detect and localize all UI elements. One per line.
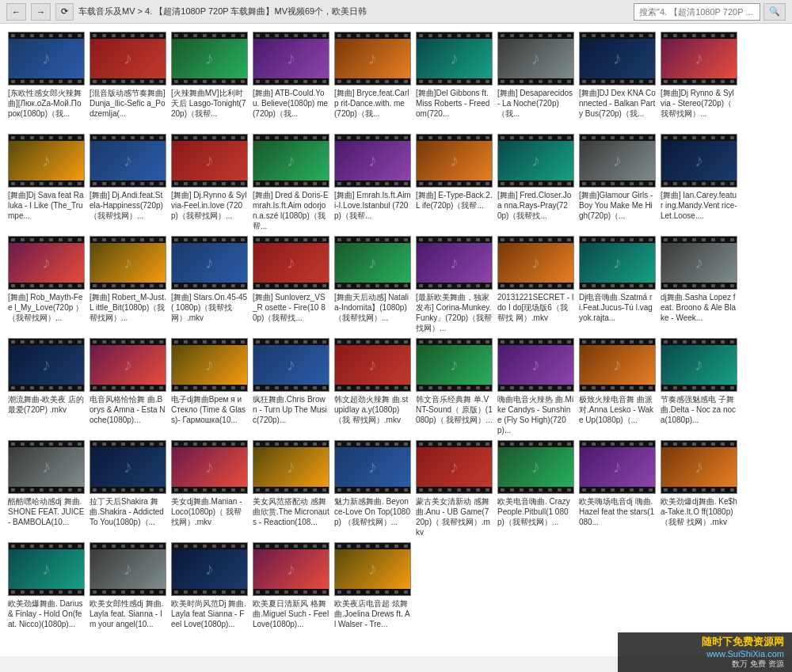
video-item[interactable]: ♪ 嗨曲电音火辣热 曲.Mike Candys - Sunshine (Fly … bbox=[497, 338, 574, 435]
video-item[interactable]: ♪ 节奏感强魅感电 子舞曲.Delta - Noc za noca(1080p)… bbox=[661, 338, 737, 435]
video-item[interactable]: ♪ [舞曲]DJ Dex KNA Connected - Balkan Part… bbox=[579, 32, 656, 129]
thumbnail: ♪ bbox=[497, 134, 574, 188]
thumb-image: ♪ bbox=[580, 447, 655, 487]
video-title: [火辣舞曲MV]比利时天后 Lasgo-Tonight(720p)（我帮... bbox=[171, 88, 248, 129]
nav-forward-button[interactable]: → bbox=[31, 3, 51, 21]
video-item[interactable]: ♪ 欧美劲爆舞曲. Darius & Finlay - Hold On(feat… bbox=[8, 542, 85, 640]
video-item[interactable]: ♪ 酷酷嘿哈动感dj 舞曲.SHONE FEAT. JUICE - BAMBOL… bbox=[8, 440, 85, 537]
thumb-image: ♪ bbox=[90, 141, 166, 180]
thumbnail: ♪ bbox=[416, 134, 493, 188]
film-strip-top bbox=[9, 135, 84, 141]
video-item[interactable]: ♪ [舞曲] E-Type-Back.2.L ife(720p)（我帮... bbox=[416, 134, 493, 231]
video-title: 韩文超劲火辣舞 曲.stupidlay a.y(1080p)（我 帮找网）.mk… bbox=[334, 394, 411, 435]
thumb-image: ♪ bbox=[498, 447, 573, 487]
thumb-image: ♪ bbox=[90, 345, 166, 385]
film-strip-bottom bbox=[417, 385, 492, 391]
video-item[interactable]: ♪ [舞曲] Bryce.feat.Carlp rit-Dance.with. … bbox=[334, 32, 411, 129]
video-item[interactable]: ♪ [舞曲天后动感] Natalia-Indomita】(1080p)（我帮找网… bbox=[334, 236, 411, 333]
video-title: 欧美电音嗨曲. Crazy People.Pitbull(1 080p)（我帮找… bbox=[497, 496, 574, 537]
video-item[interactable]: ♪ [舞曲]Glamour Girls - Boy You Make Me Hi… bbox=[579, 134, 656, 231]
thumb-image: ♪ bbox=[172, 345, 247, 385]
film-strip-bottom bbox=[417, 180, 492, 187]
thumb-image: ♪ bbox=[9, 447, 84, 487]
video-item[interactable]: ♪ [舞曲]Del Gibbons ft. Miss Roberts - Fre… bbox=[416, 32, 493, 129]
video-title: [混音版动感节奏舞曲] Dunja_Ilic-Sefic a_Podzemlja… bbox=[89, 88, 166, 129]
video-item[interactable]: ♪ 拉丁天后Shakira 舞曲.Shakira - Addicted To Y… bbox=[89, 440, 166, 537]
video-item[interactable]: ♪ 潮流舞曲-欧美夜 店的最爱(720P) .mkv bbox=[8, 338, 85, 435]
video-item[interactable]: ♪ 极致火辣电音舞 曲派对.Anna Lesko - Wake Up(1080p… bbox=[579, 338, 656, 435]
thumbnail: ♪ bbox=[661, 338, 737, 392]
film-strip-bottom bbox=[9, 78, 84, 85]
thumbnail: ♪ bbox=[8, 338, 85, 392]
video-title: 潮流舞曲-欧美夜 店的最爱(720P) .mkv bbox=[8, 394, 85, 435]
film-strip-bottom bbox=[498, 487, 573, 493]
video-item[interactable]: ♪ [舞曲] Dj.Rynno & Sylvia-Feel.in.love (7… bbox=[171, 134, 248, 231]
video-item[interactable]: ♪ 欧美嗨场电音dj 嗨曲.Hazel feat the stars(1080.… bbox=[579, 440, 656, 537]
video-item[interactable]: ♪ 韩文超劲火辣舞 曲.stupidlay a.y(1080p)（我 帮找网）.… bbox=[334, 338, 411, 435]
video-item[interactable]: ♪ 电音风格恰恰舞 曲.Borys & Amna - Esta Noche(10… bbox=[89, 338, 166, 435]
thumbnail: ♪ bbox=[89, 338, 166, 392]
thumb-image: ♪ bbox=[417, 447, 492, 487]
video-item[interactable]: ♪ [舞曲] Stars.On.45-45( 1080p)（我帮找 网）.mkv bbox=[171, 236, 248, 333]
thumb-image: ♪ bbox=[253, 243, 329, 283]
video-item[interactable]: ♪ 电子dj舞曲Врем я и Стекло (Time & Glass)- … bbox=[171, 338, 248, 435]
thumb-image: ♪ bbox=[580, 243, 655, 283]
video-item[interactable]: ♪ [舞曲] Rob_Mayth-Fee l_My_Love(720p ）（我帮… bbox=[8, 236, 85, 333]
video-item[interactable]: ♪ 疯狂舞曲.Chris Brown - Turn Up The Music(7… bbox=[253, 338, 329, 435]
video-item[interactable]: ♪ [东欧性感女郎火辣舞曲][Люк.oZa-Мой.Порок(1080p)（… bbox=[8, 32, 85, 129]
video-item[interactable]: ♪ [舞曲] ATB-Could.You. Believe(1080p) me(… bbox=[253, 32, 329, 129]
video-item[interactable]: ♪ 欧美时尚风范Dj 舞曲.Layla feat Sianna - Feel L… bbox=[171, 542, 248, 640]
video-item[interactable]: ♪ [舞曲] Fred.Closer.Joa nna.Rays-Pray(72 … bbox=[497, 134, 574, 231]
film-strip-top bbox=[90, 441, 166, 447]
video-item[interactable]: ♪ [舞曲] Ian.Carey.featur ing.Mandy.Vent r… bbox=[661, 134, 737, 231]
video-item[interactable]: ♪ 20131221SECRET - I do I do[现场版6（我帮找 网）… bbox=[497, 236, 574, 333]
video-item[interactable]: ♪ 蒙古美女清新动 感舞曲.Anu - UB Game(720p)（ 我帮找网）… bbox=[416, 440, 493, 537]
video-item[interactable]: ♪ [舞曲] Emrah.Is.ft.Aim i-I.Love.Istanbul… bbox=[334, 134, 411, 231]
video-item[interactable]: ♪ 美女风范搭配动 感舞曲欣赏.The Micronauts - Reactio… bbox=[253, 440, 329, 537]
film-strip-bottom bbox=[172, 78, 247, 85]
video-item[interactable]: ♪ 魅力新感舞曲. Beyonce-Love On Top(1080p) （我帮… bbox=[334, 440, 411, 537]
film-strip-bottom bbox=[580, 487, 655, 493]
video-item[interactable]: ♪ [最新欧美舞曲，独家发布] Corina-Munkey.Funky」(720… bbox=[416, 236, 493, 333]
thumb-image: ♪ bbox=[90, 39, 166, 78]
video-item[interactable]: ♪ 欧美夏日清新风 格舞曲.Miguel Such - Feel Love(10… bbox=[253, 542, 329, 640]
video-item[interactable]: ♪ 欧美劲爆dj舞曲. Ke$ha-Take.It.O ff(1080p)（我帮… bbox=[661, 440, 737, 537]
video-item[interactable]: ♪ 欧美夜店电音超 炫舞曲.Joelina Drews ft. Al Walse… bbox=[334, 542, 411, 640]
film-strip-top bbox=[335, 543, 410, 549]
search-button[interactable]: 🔍 bbox=[763, 3, 786, 21]
video-item[interactable]: ♪ [舞曲]Dj Sava feat Raluka - I Like (The_… bbox=[8, 134, 85, 231]
video-item[interactable]: ♪ [舞曲] Dj.Andi.feat.Stela-Happiness(720p… bbox=[89, 134, 166, 231]
video-item[interactable]: ♪ Dj电音嗨曲.Szatmá ri.Feat.Jucus-Tú l.vagyo… bbox=[579, 236, 656, 333]
thumb-image: ♪ bbox=[498, 141, 573, 180]
video-item[interactable]: ♪ 韩文音乐经典舞 单.VNT-Sound（ 原版）(1080p)（ 我帮找网）… bbox=[416, 338, 493, 435]
video-item[interactable]: ♪ [舞曲] Robert_M-Just.L ittle_Bit(1080p)（… bbox=[89, 236, 166, 333]
video-title: 魅力新感舞曲. Beyonce-Love On Top(1080p) （我帮找网… bbox=[334, 496, 411, 537]
thumbnail: ♪ bbox=[579, 32, 656, 85]
video-item[interactable]: ♪ [舞曲]Dj Rynno & Sylvia - Stereo(720p)（ … bbox=[661, 32, 737, 129]
video-item[interactable]: ♪ 美女dj舞曲.Manian - Loco(1080p)（ 我帮找网）.mkv bbox=[171, 440, 248, 537]
video-item[interactable]: ♪ [舞曲] Sunloverz_VS_R osette - Fire(10 8… bbox=[253, 236, 329, 333]
thumbnail: ♪ bbox=[579, 440, 656, 494]
thumb-image: ♪ bbox=[335, 447, 410, 487]
film-strip-bottom bbox=[253, 180, 329, 187]
film-strip-bottom bbox=[335, 283, 410, 289]
video-item[interactable]: ♪ [舞曲] Desaparecidos - La Noche(720p)（我.… bbox=[497, 32, 574, 129]
film-strip-top bbox=[580, 135, 655, 141]
video-item[interactable]: ♪ dj舞曲.Sasha Lopez feat. Broono & Ale Bl… bbox=[661, 236, 737, 333]
search-input[interactable] bbox=[634, 3, 760, 21]
film-strip-top bbox=[417, 135, 492, 141]
film-strip-bottom bbox=[417, 283, 492, 289]
thumbnail: ♪ bbox=[334, 542, 411, 596]
video-item[interactable]: ♪ [混音版动感节奏舞曲] Dunja_Ilic-Sefic a_Podzeml… bbox=[89, 32, 166, 129]
film-strip-bottom bbox=[335, 487, 410, 493]
film-strip-top bbox=[335, 441, 410, 447]
video-item[interactable]: ♪ [舞曲] Dred & Doris-Emrah.Is.ft.Aim odor… bbox=[253, 134, 329, 231]
film-strip-top bbox=[172, 135, 247, 141]
nav-refresh-button[interactable]: ⟳ bbox=[55, 3, 74, 21]
video-item[interactable]: ♪ 欧美电音嗨曲. Crazy People.Pitbull(1 080p)（我… bbox=[497, 440, 574, 537]
nav-back-button[interactable]: ← bbox=[6, 3, 26, 21]
video-item[interactable]: ♪ 欧美女郎性感dj 舞曲.Layla feat. Sianna - Im yo… bbox=[89, 542, 166, 640]
video-title: 电音风格恰恰舞 曲.Borys & Amna - Esta Noche(1080… bbox=[89, 394, 166, 435]
breadcrumb-path: 车载音乐及MV > 4. 【超清1080P 720P 车载舞曲】MV视频69个，… bbox=[78, 6, 629, 17]
video-item[interactable]: ♪ [火辣舞曲MV]比利时天后 Lasgo-Tonight(720p)（我帮..… bbox=[171, 32, 248, 129]
